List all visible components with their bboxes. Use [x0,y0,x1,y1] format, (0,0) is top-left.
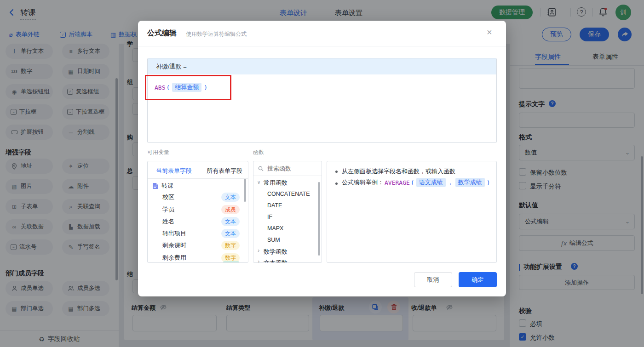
field-type-badge: 数字 [221,241,240,250]
field-type-badge: 成员 [221,205,240,214]
formula-target-bar: 补缴/退款 = [148,58,496,74]
close-icon[interactable]: × [487,27,492,38]
variable-row[interactable]: 姓名 文本 [148,216,248,228]
formula-help-panel: 从左侧面板选择字段名和函数，或输入函数 公式编辑举例： AVERAGE ( 语文… [327,161,497,263]
modal-title: 公式编辑 [147,28,177,38]
example-field-chip: 数学成绩 [455,178,485,187]
variables-section-label: 可用变量 [147,148,169,156]
tab-current-form-fields[interactable]: 当前表单字段 [156,167,192,175]
search-icon [258,166,264,171]
variable-row[interactable]: 转出项目 文本 [148,228,248,239]
chevron-down-icon: ∨ [257,180,260,185]
confirm-button[interactable]: 确定 [459,272,497,287]
function-item[interactable]: SUM [267,237,280,243]
function-item[interactable]: IF [267,214,272,220]
tree-node-form[interactable]: 转课 [152,182,173,190]
chevron-right-icon: › [258,258,259,263]
field-type-badge: 文本 [221,217,240,226]
formula-expression: ABS ( 结算金额 ) [148,74,496,92]
help-line-2: 公式编辑举例： AVERAGE ( 语文成绩 ， 数学成绩 ) [342,178,490,187]
function-group-math[interactable]: 数学函数 [264,248,288,256]
clipped-badge [223,261,239,263]
cancel-button[interactable]: 取消 [414,272,452,287]
example-function-name: AVERAGE [385,179,410,186]
variables-scrollbar[interactable] [244,179,246,202]
function-item[interactable]: MAPX [267,225,283,232]
field-type-badge: 文本 [221,229,240,238]
formula-editor-box[interactable]: 补缴/退款 = ABS ( 结算金额 ) [147,58,497,143]
divider [138,46,506,46]
function-search-box[interactable] [253,161,322,176]
variables-panel: 当前表单字段 所有表单字段 转课 校区 文本 学员 成员 姓名 文本 转出项目 … [147,161,248,263]
divider [148,178,248,179]
formula-function-name: ABS [155,84,165,91]
field-type-badge: 文本 [221,193,240,202]
help-line-1: 从左侧面板选择字段名和函数，或输入函数 [342,167,455,176]
variable-row[interactable]: 学员 成员 [148,204,248,216]
example-field-chip: 语文成绩 [416,178,446,187]
functions-section-label: 函数 [253,148,264,156]
function-item[interactable]: DATE [267,202,282,209]
function-item[interactable]: CONCATENATE [267,191,310,197]
function-search-input[interactable] [266,165,314,172]
variable-row[interactable]: 剩余课时 数字 [148,239,248,251]
modal-subtitle: 使用数学运算符编辑公式 [186,30,247,38]
functions-scrollbar[interactable] [318,182,320,256]
bullet-dot [335,171,338,173]
bullet-dot [335,182,338,185]
form-doc-icon [152,182,158,189]
tab-all-form-fields[interactable]: 所有表单字段 [207,167,242,175]
formula-field-chip[interactable]: 结算金额 [172,83,201,92]
function-group-common[interactable]: 常用函数 [264,179,288,187]
chevron-right-icon: › [258,247,259,254]
function-group-text[interactable]: 文本函数 [264,259,288,263]
functions-panel: ∨ 常用函数 CONCATENATE DATE IF MAPX SUM › 数学… [253,161,322,263]
formula-editor-modal: 公式编辑 使用数学运算符编辑公式 × 补缴/退款 = ABS ( 结算金额 ) … [138,21,506,296]
variable-row[interactable]: 校区 文本 [148,191,248,203]
